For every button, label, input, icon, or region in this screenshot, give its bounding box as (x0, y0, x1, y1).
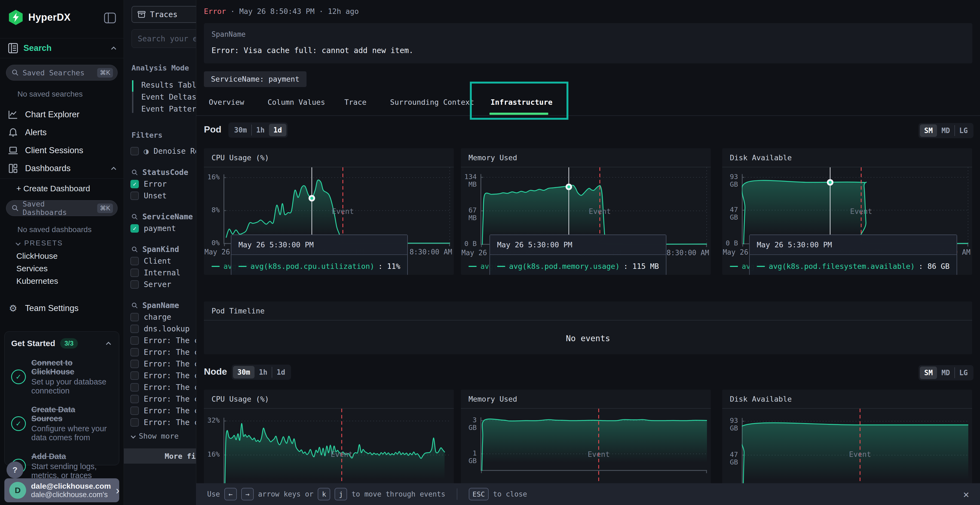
status-badge: Error (204, 7, 226, 16)
sidebar-item-kubernetes[interactable]: Kubernetes (16, 276, 58, 286)
checkbox-unchecked[interactable] (130, 372, 139, 380)
checkbox-unchecked[interactable] (130, 407, 139, 415)
event-marker-label: Event (838, 450, 882, 459)
range-30m-button[interactable]: 30m (233, 366, 255, 378)
range-1h-button[interactable]: 1h (255, 366, 272, 378)
checkbox-unchecked[interactable] (130, 147, 139, 156)
range-1d-button[interactable]: 1d (269, 124, 286, 136)
filter-row-error-span[interactable]: Error: The cr (130, 418, 196, 427)
chevron-up-icon[interactable] (111, 167, 116, 172)
filter-row-error-span[interactable]: Error: The cr (130, 348, 196, 357)
filter-row-error-span[interactable]: Error: The cr (130, 359, 196, 368)
analysis-mode-list: Results Table Event Deltas Event Pattern… (124, 79, 196, 115)
size-lg-button[interactable]: LG (955, 124, 972, 137)
hint-text: to move through events (352, 490, 445, 498)
checkbox-unchecked[interactable] (130, 325, 139, 333)
source-select[interactable]: Traces (132, 6, 196, 23)
saved-dashboards-input[interactable]: Saved Dashboards ⌘K (6, 200, 118, 216)
close-ic on[interactable]: ✕ (963, 489, 969, 500)
create-dashboard-button[interactable]: + Create Dashboard (16, 184, 90, 193)
y-axis-tick: 93 GB (722, 417, 738, 432)
range-30m-button[interactable]: 30m (230, 124, 251, 136)
get-started-item[interactable]: ✓ Create Data Sources Configure where yo… (11, 405, 113, 442)
filter-row-client[interactable]: Client (130, 257, 196, 265)
checkbox-unchecked[interactable] (130, 383, 139, 392)
filter-row-server[interactable]: Server (130, 280, 196, 289)
sidebar-item-search[interactable]: Search (0, 38, 124, 58)
esc-keycap[interactable]: ESC (469, 488, 488, 500)
size-md-button[interactable]: MD (937, 124, 954, 137)
arrow-left-keycap[interactable]: ← (224, 488, 237, 500)
filter-row-internal[interactable]: Internal (130, 268, 196, 277)
get-started-item[interactable]: ✓ Connect to ClickHouse Set up your data… (11, 358, 113, 395)
facet-statuscode: StatusCode (132, 168, 196, 177)
get-started-item[interactable]: ✓ Add Data Start sending logs, metrics, … (11, 452, 113, 480)
sidebar-item-alerts[interactable]: Alerts (0, 125, 124, 140)
checkbox-unchecked[interactable] (130, 257, 139, 265)
help-button[interactable]: ? (6, 462, 24, 478)
service-name-chip[interactable]: ServiceName: payment (204, 71, 307, 87)
size-sm-button[interactable]: SM (920, 124, 937, 137)
collapse-sidebar-icon[interactable] (104, 13, 116, 24)
filter-row-dns-lookup[interactable]: dns.lookup (130, 324, 196, 333)
checkbox-unchecked[interactable] (130, 336, 139, 345)
checkbox-unchecked[interactable] (130, 313, 139, 321)
checkbox-unchecked[interactable] (130, 395, 139, 403)
mode-event-deltas[interactable]: Event Deltas (141, 91, 196, 103)
checkbox-unchecked[interactable] (130, 360, 139, 368)
event-search-input[interactable]: Search your ev (132, 29, 196, 48)
tab-column-values[interactable]: Column Values (267, 91, 325, 114)
range-1d-button[interactable]: 1d (272, 366, 290, 378)
chart-tooltip: May 26 5:30:00 PMavg(k8s.pod.filesystem.… (749, 235, 957, 275)
checkbox-unchecked[interactable] (130, 192, 139, 200)
checkbox-unchecked[interactable] (130, 418, 139, 427)
chevron-up-icon[interactable] (106, 342, 111, 347)
filter-row-charge[interactable]: charge (130, 313, 196, 322)
sidebar-item-chart-explorer[interactable]: Chart Explorer (0, 106, 124, 122)
checkbox-unchecked[interactable] (130, 280, 139, 289)
show-more-button[interactable]: Show more (132, 432, 196, 440)
y-axis-tick: 67 MB (461, 206, 477, 222)
saved-searches-input[interactable]: Saved Searches ⌘K (6, 65, 118, 81)
mode-results-table[interactable]: Results Table (141, 79, 196, 91)
sidebar-item-services[interactable]: Services (16, 264, 48, 273)
pod-cpu-plot[interactable]: 16%8%0%May 26 8:30:00 AM9:00:00 PM8:30:0… (204, 167, 454, 258)
chevron-up-icon[interactable] (111, 46, 116, 51)
tab-surrounding-context[interactable]: Surrounding Context (390, 91, 474, 114)
filter-row-error-span[interactable]: Error: The cr (130, 371, 196, 380)
filter-row-error-span[interactable]: Error: The cr (130, 395, 196, 403)
checkbox-checked[interactable]: ✓ (130, 224, 139, 233)
sidebar-item-client-sessions[interactable]: Client Sessions (0, 143, 124, 158)
x-axis-tick: 8:30:00 AM (667, 249, 709, 257)
sidebar-item-team-settings[interactable]: ⚙ Team Settings (0, 300, 124, 316)
filter-row-error[interactable]: ✓ Error (130, 179, 196, 189)
range-1h-button[interactable]: 1h (252, 124, 269, 136)
size-md-button[interactable]: MD (937, 367, 954, 379)
checkbox-unchecked[interactable] (130, 268, 139, 277)
user-menu[interactable]: D dale@clickhouse.com dale@clickhouse.co… (4, 478, 119, 502)
more-filters-button[interactable]: More fil (124, 448, 196, 464)
pod-cpu-chart-card: CPU Usage (%) 16%8%0%May 26 8:30:00 AM9:… (204, 148, 454, 275)
facet-spanname: SpanName (132, 301, 196, 310)
filter-row-error-span[interactable]: Error: The cr (130, 336, 196, 345)
denoise-filter-row[interactable]: ◑ Denoise Re (130, 146, 196, 156)
sidebar-item-dashboards[interactable]: Dashboards (0, 160, 124, 176)
checkbox-checked[interactable]: ✓ (130, 180, 139, 188)
j-keycap[interactable]: j (334, 488, 347, 500)
pod-memory-plot[interactable]: 134 MB67 MB0 BMay 26 8:30:00 AM9:00:00 P… (461, 167, 711, 258)
checkbox-unchecked[interactable] (130, 348, 139, 356)
tab-trace[interactable]: Trace (344, 91, 366, 114)
tab-overview[interactable]: Overview (209, 91, 244, 114)
filter-row-unset[interactable]: Unset (130, 191, 196, 200)
filter-row-error-span[interactable]: Error: The cr (130, 406, 196, 415)
arrow-right-keycap[interactable]: → (241, 488, 254, 500)
size-sm-button[interactable]: SM (920, 367, 937, 379)
k-keycap[interactable]: k (318, 488, 330, 500)
filter-row-error-span[interactable]: Error: The cr (130, 383, 196, 392)
mode-event-patterns[interactable]: Event Patterns (141, 103, 196, 115)
sidebar-item-clickhouse[interactable]: ClickHouse (16, 251, 58, 260)
size-lg-button[interactable]: LG (955, 367, 972, 379)
presets-toggle[interactable]: PRESETS (16, 239, 63, 247)
filter-row-payment[interactable]: ✓ payment (130, 224, 196, 233)
pod-disk-plot[interactable]: 93 GB47 GB0 BMay 26 8:30:00 AM9:00:00 PM… (722, 167, 972, 258)
